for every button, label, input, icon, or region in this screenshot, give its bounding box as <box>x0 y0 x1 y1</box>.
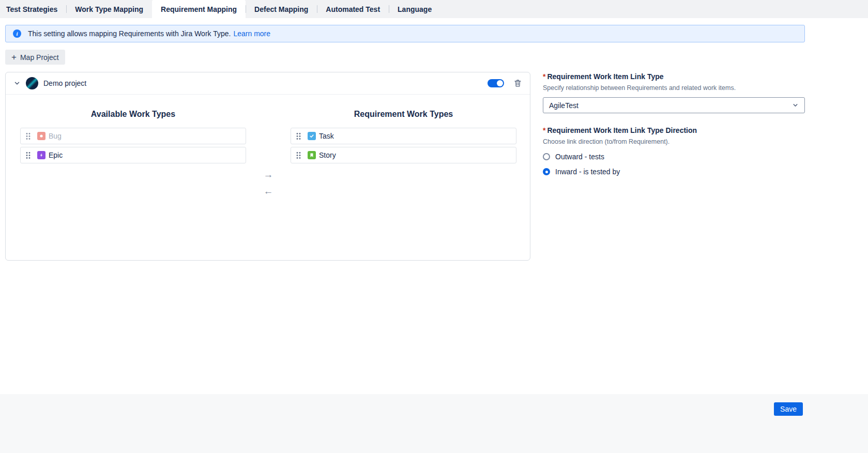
drag-handle-icon[interactable] <box>296 132 301 140</box>
drag-handle-icon[interactable] <box>296 152 301 159</box>
work-type-item-story[interactable]: Story <box>291 147 516 163</box>
tab-test-strategies[interactable]: Test Strategies <box>0 0 66 18</box>
work-type-label: Story <box>319 151 336 159</box>
tab-work-type-mapping[interactable]: Work Type Mapping <box>66 0 152 18</box>
link-type-select-value: AgileTest <box>549 101 578 110</box>
banner-text: This setting allows mapping Requirements… <box>28 29 231 38</box>
chevron-down-icon <box>13 80 21 87</box>
radio-button-icon[interactable] <box>543 168 550 175</box>
required-marker: * <box>543 72 545 81</box>
requirement-column-title: Requirement Work Types <box>291 110 516 119</box>
available-column-title: Available Work Types <box>20 110 246 119</box>
project-card-body: Available Work Types Bug <box>6 95 530 260</box>
radio-label: Inward - is tested by <box>555 168 620 176</box>
work-type-item-task[interactable]: Task <box>291 128 516 144</box>
link-type-label-text: Requirement Work Item Link Type <box>547 72 663 81</box>
plus-icon: + <box>11 53 17 62</box>
tab-bar: Test Strategies Work Type Mapping Requir… <box>0 0 868 18</box>
direction-label: *Requirement Work Item Link Type Directi… <box>543 126 805 134</box>
project-avatar <box>26 77 38 89</box>
move-right-icon[interactable]: → <box>264 170 273 179</box>
footer-bar: Save <box>0 394 868 453</box>
trash-icon <box>514 79 522 87</box>
work-type-item-bug[interactable]: Bug <box>20 128 246 144</box>
map-project-button[interactable]: + Map Project <box>5 50 65 65</box>
epic-icon <box>37 151 45 159</box>
tab-defect-mapping[interactable]: Defect Mapping <box>246 0 317 18</box>
transfer-arrows: → ← <box>257 170 280 196</box>
link-type-select[interactable]: AgileTest <box>543 97 805 113</box>
delete-project-button[interactable] <box>513 78 523 88</box>
link-type-label: *Requirement Work Item Link Type <box>543 72 805 81</box>
requirement-work-types-column: Requirement Work Types Task <box>291 103 516 166</box>
link-settings-panel: *Requirement Work Item Link Type Specify… <box>543 72 805 176</box>
direction-label-text: Requirement Work Item Link Type Directio… <box>547 126 697 134</box>
work-type-label: Bug <box>49 132 62 140</box>
project-enabled-toggle[interactable] <box>488 79 504 87</box>
required-marker: * <box>543 126 545 134</box>
radio-outward-tests[interactable]: Outward - tests <box>543 153 805 161</box>
direction-description: Choose link direction (to/from Requireme… <box>543 138 805 145</box>
direction-group: *Requirement Work Item Link Type Directi… <box>543 126 805 176</box>
info-icon: i <box>13 29 21 38</box>
radio-inward-is-tested-by[interactable]: Inward - is tested by <box>543 168 805 176</box>
info-banner: i This setting allows mapping Requiremen… <box>5 25 805 42</box>
story-icon <box>308 151 316 159</box>
collapse-button[interactable] <box>11 77 23 89</box>
tab-language[interactable]: Language <box>389 0 440 18</box>
radio-button-icon[interactable] <box>543 153 550 160</box>
move-left-icon[interactable]: ← <box>264 186 273 196</box>
requirement-mapping-page: Test Strategies Work Type Mapping Requir… <box>0 0 868 453</box>
chevron-down-icon <box>792 102 799 109</box>
work-type-label: Task <box>319 132 334 140</box>
toggle-knob <box>497 80 503 86</box>
project-card: Demo project Available Work Types <box>5 72 530 261</box>
task-icon <box>308 132 316 140</box>
map-project-label: Map Project <box>20 53 59 62</box>
available-work-types-column: Available Work Types Bug <box>20 103 246 166</box>
tab-requirement-mapping[interactable]: Requirement Mapping <box>152 0 246 18</box>
radio-label: Outward - tests <box>555 153 604 161</box>
drag-handle-icon[interactable] <box>26 132 31 140</box>
project-card-header: Demo project <box>6 72 530 95</box>
work-type-label: Epic <box>49 151 63 159</box>
project-name: Demo project <box>43 79 86 87</box>
drag-handle-icon[interactable] <box>26 152 31 159</box>
main-layout: Demo project Available Work Types <box>5 72 868 261</box>
learn-more-link[interactable]: Learn more <box>233 29 270 38</box>
link-type-description: Specify relationship between Requirement… <box>543 84 805 92</box>
bug-icon <box>37 132 45 140</box>
tab-automated-test[interactable]: Automated Test <box>317 0 389 18</box>
save-button[interactable]: Save <box>774 402 803 416</box>
work-type-item-epic[interactable]: Epic <box>20 147 246 163</box>
